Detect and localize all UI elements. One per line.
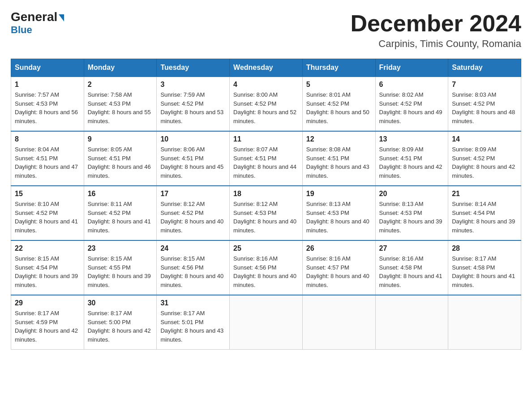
day-number: 22	[15, 244, 80, 253]
calendar-cell: 28Sunrise: 8:17 AMSunset: 4:58 PMDayligh…	[448, 240, 521, 295]
day-info: Sunrise: 8:02 AMSunset: 4:52 PMDaylight:…	[379, 90, 445, 125]
calendar-cell: 11Sunrise: 8:07 AMSunset: 4:51 PMDayligh…	[230, 131, 303, 186]
day-info: Sunrise: 8:13 AMSunset: 4:53 PMDaylight:…	[379, 200, 445, 235]
calendar-cell: 1Sunrise: 7:57 AMSunset: 4:53 PMDaylight…	[11, 77, 84, 131]
day-number: 13	[379, 135, 445, 143]
day-number: 12	[306, 135, 372, 143]
calendar-cell: 30Sunrise: 8:17 AMSunset: 5:00 PMDayligh…	[84, 295, 157, 350]
calendar-cell	[375, 295, 448, 350]
day-info: Sunrise: 8:14 AMSunset: 4:54 PMDaylight:…	[452, 200, 517, 235]
calendar-table: SundayMondayTuesdayWednesdayThursdayFrid…	[11, 59, 521, 350]
day-info: Sunrise: 8:11 AMSunset: 4:52 PMDaylight:…	[88, 200, 153, 235]
calendar-cell	[302, 295, 375, 350]
week-row-1: 1Sunrise: 7:57 AMSunset: 4:53 PMDaylight…	[11, 77, 521, 131]
day-info: Sunrise: 8:17 AMSunset: 5:00 PMDaylight:…	[88, 309, 153, 344]
day-info: Sunrise: 7:58 AMSunset: 4:53 PMDaylight:…	[88, 90, 153, 125]
calendar-cell: 5Sunrise: 8:01 AMSunset: 4:52 PMDaylight…	[302, 77, 375, 131]
calendar-cell: 8Sunrise: 8:04 AMSunset: 4:51 PMDaylight…	[11, 131, 84, 186]
calendar-cell: 24Sunrise: 8:15 AMSunset: 4:56 PMDayligh…	[157, 240, 230, 295]
calendar-cell: 26Sunrise: 8:16 AMSunset: 4:57 PMDayligh…	[302, 240, 375, 295]
col-header-tuesday: Tuesday	[157, 59, 230, 77]
day-info: Sunrise: 8:13 AMSunset: 4:53 PMDaylight:…	[306, 200, 372, 235]
col-header-thursday: Thursday	[302, 59, 375, 77]
col-header-sunday: Sunday	[11, 59, 84, 77]
month-title: December 2024	[350, 11, 521, 36]
day-info: Sunrise: 8:15 AMSunset: 4:55 PMDaylight:…	[88, 254, 153, 289]
calendar-cell: 29Sunrise: 8:17 AMSunset: 4:59 PMDayligh…	[11, 295, 84, 350]
day-number: 18	[233, 190, 299, 198]
day-number: 11	[233, 135, 299, 143]
day-number: 16	[88, 190, 153, 198]
calendar-cell: 9Sunrise: 8:05 AMSunset: 4:51 PMDaylight…	[84, 131, 157, 186]
calendar-cell: 16Sunrise: 8:11 AMSunset: 4:52 PMDayligh…	[84, 186, 157, 240]
logo-line1: General	[11, 11, 64, 23]
day-info: Sunrise: 8:12 AMSunset: 4:53 PMDaylight:…	[233, 200, 299, 235]
calendar-cell: 10Sunrise: 8:06 AMSunset: 4:51 PMDayligh…	[157, 131, 230, 186]
calendar-cell: 3Sunrise: 7:59 AMSunset: 4:52 PMDaylight…	[157, 77, 230, 131]
col-header-monday: Monday	[84, 59, 157, 77]
week-row-5: 29Sunrise: 8:17 AMSunset: 4:59 PMDayligh…	[11, 295, 521, 350]
day-number: 6	[379, 81, 445, 89]
day-info: Sunrise: 8:12 AMSunset: 4:52 PMDaylight:…	[160, 200, 226, 235]
col-header-saturday: Saturday	[448, 59, 521, 77]
day-number: 23	[88, 244, 153, 253]
calendar-cell: 2Sunrise: 7:58 AMSunset: 4:53 PMDaylight…	[84, 77, 157, 131]
calendar-cell: 21Sunrise: 8:14 AMSunset: 4:54 PMDayligh…	[448, 186, 521, 240]
calendar-cell: 25Sunrise: 8:16 AMSunset: 4:56 PMDayligh…	[230, 240, 303, 295]
day-info: Sunrise: 8:07 AMSunset: 4:51 PMDaylight:…	[233, 145, 299, 180]
day-info: Sunrise: 8:05 AMSunset: 4:51 PMDaylight:…	[88, 145, 153, 180]
day-number: 8	[15, 135, 80, 143]
calendar-cell: 13Sunrise: 8:09 AMSunset: 4:51 PMDayligh…	[375, 131, 448, 186]
day-info: Sunrise: 8:09 AMSunset: 4:51 PMDaylight:…	[379, 145, 445, 180]
day-info: Sunrise: 8:16 AMSunset: 4:57 PMDaylight:…	[306, 254, 372, 289]
week-row-3: 15Sunrise: 8:10 AMSunset: 4:52 PMDayligh…	[11, 186, 521, 240]
day-number: 17	[160, 190, 226, 198]
calendar-cell	[448, 295, 521, 350]
calendar-cell: 27Sunrise: 8:16 AMSunset: 4:58 PMDayligh…	[375, 240, 448, 295]
day-number: 4	[233, 81, 299, 89]
day-info: Sunrise: 8:17 AMSunset: 4:59 PMDaylight:…	[15, 309, 80, 344]
day-info: Sunrise: 8:10 AMSunset: 4:52 PMDaylight:…	[15, 200, 80, 235]
day-number: 28	[452, 244, 517, 253]
col-header-friday: Friday	[375, 59, 448, 77]
calendar-cell: 20Sunrise: 8:13 AMSunset: 4:53 PMDayligh…	[375, 186, 448, 240]
day-number: 21	[452, 190, 517, 198]
day-info: Sunrise: 7:59 AMSunset: 4:52 PMDaylight:…	[160, 90, 226, 125]
day-number: 3	[160, 81, 226, 89]
day-number: 19	[306, 190, 372, 198]
day-info: Sunrise: 8:17 AMSunset: 5:01 PMDaylight:…	[160, 309, 226, 344]
calendar-header-row: SundayMondayTuesdayWednesdayThursdayFrid…	[11, 59, 521, 77]
day-number: 24	[160, 244, 226, 253]
day-number: 15	[15, 190, 80, 198]
day-number: 9	[88, 135, 153, 143]
day-number: 25	[233, 244, 299, 253]
calendar-cell: 15Sunrise: 8:10 AMSunset: 4:52 PMDayligh…	[11, 186, 84, 240]
day-number: 5	[306, 81, 372, 89]
day-number: 10	[160, 135, 226, 143]
day-number: 7	[452, 81, 517, 89]
day-number: 20	[379, 190, 445, 198]
day-info: Sunrise: 8:17 AMSunset: 4:58 PMDaylight:…	[452, 254, 517, 289]
day-info: Sunrise: 8:15 AMSunset: 4:56 PMDaylight:…	[160, 254, 226, 289]
day-number: 2	[88, 81, 153, 89]
logo-line2: Blue	[11, 24, 32, 36]
col-header-wednesday: Wednesday	[230, 59, 303, 77]
logo: General Blue	[11, 11, 64, 36]
day-info: Sunrise: 7:57 AMSunset: 4:53 PMDaylight:…	[15, 90, 80, 125]
calendar-cell: 18Sunrise: 8:12 AMSunset: 4:53 PMDayligh…	[230, 186, 303, 240]
calendar-cell: 23Sunrise: 8:15 AMSunset: 4:55 PMDayligh…	[84, 240, 157, 295]
week-row-4: 22Sunrise: 8:15 AMSunset: 4:54 PMDayligh…	[11, 240, 521, 295]
day-info: Sunrise: 8:01 AMSunset: 4:52 PMDaylight:…	[306, 90, 372, 125]
day-number: 26	[306, 244, 372, 253]
page-header: General Blue December 2024 Carpinis, Tim…	[11, 11, 521, 50]
day-number: 14	[452, 135, 517, 143]
day-number: 29	[15, 299, 80, 307]
calendar-cell: 14Sunrise: 8:09 AMSunset: 4:52 PMDayligh…	[448, 131, 521, 186]
calendar-cell: 17Sunrise: 8:12 AMSunset: 4:52 PMDayligh…	[157, 186, 230, 240]
day-number: 30	[88, 299, 153, 307]
calendar-cell: 7Sunrise: 8:03 AMSunset: 4:52 PMDaylight…	[448, 77, 521, 131]
day-number: 31	[160, 299, 226, 307]
calendar-cell: 4Sunrise: 8:00 AMSunset: 4:52 PMDaylight…	[230, 77, 303, 131]
day-number: 1	[15, 81, 80, 89]
day-info: Sunrise: 8:03 AMSunset: 4:52 PMDaylight:…	[452, 90, 517, 125]
